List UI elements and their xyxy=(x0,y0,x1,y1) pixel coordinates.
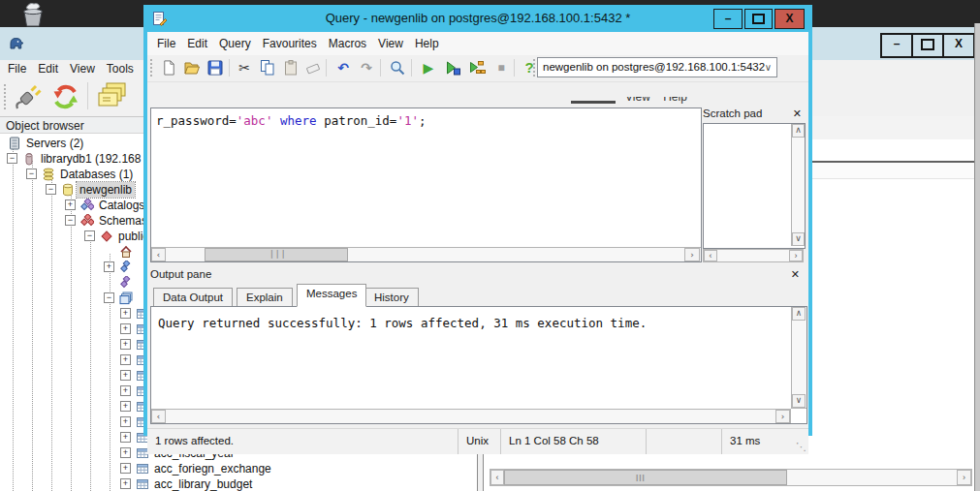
collapse-icon[interactable]: − xyxy=(65,215,76,226)
scroll-left-icon[interactable]: ‹ xyxy=(704,250,717,261)
servers-icon xyxy=(8,137,21,150)
query-menu-item-favourites[interactable]: Favourites xyxy=(263,37,317,50)
main-close-button[interactable]: X xyxy=(942,33,975,58)
expand-icon[interactable]: + xyxy=(120,416,131,427)
table-icon xyxy=(136,477,149,491)
expand-icon[interactable]: + xyxy=(104,261,114,272)
messages-hscrollbar[interactable]: ‹ › xyxy=(151,409,791,423)
paste-icon[interactable] xyxy=(281,58,300,77)
expand-icon[interactable]: + xyxy=(120,385,131,396)
menu-item-tools[interactable]: Tools xyxy=(107,62,134,76)
menu-item-view[interactable]: View xyxy=(70,62,95,76)
execute-pgscript-icon[interactable] xyxy=(443,58,462,77)
save-icon[interactable] xyxy=(205,58,225,77)
scroll-right-icon[interactable]: › xyxy=(957,470,971,485)
expand-icon[interactable]: + xyxy=(120,339,131,350)
menu-item-file[interactable]: File xyxy=(8,62,26,76)
explain-icon[interactable] xyxy=(467,58,487,77)
query-menu-item-edit[interactable]: Edit xyxy=(187,37,207,50)
expand-icon[interactable]: + xyxy=(120,447,131,458)
close-icon[interactable]: ✕ xyxy=(793,107,802,120)
collapse-icon[interactable]: − xyxy=(26,169,37,179)
scratch-vscrollbar[interactable]: ∧ ∨ xyxy=(791,124,805,246)
scroll-right-icon[interactable]: › xyxy=(789,250,803,261)
right-pane-hscroll-thumb[interactable] xyxy=(504,470,787,485)
collapse-icon[interactable]: − xyxy=(104,292,114,303)
expand-icon[interactable]: + xyxy=(120,401,131,412)
status-cursor-position: Ln 1 Col 58 Ch 58 xyxy=(501,429,647,454)
scroll-up-icon[interactable]: ∧ xyxy=(792,307,806,321)
close-icon[interactable]: ✕ xyxy=(791,268,800,281)
expand-icon[interactable]: + xyxy=(120,370,131,381)
scroll-left-icon[interactable]: ‹ xyxy=(151,248,166,261)
scroll-down-icon[interactable]: ∨ xyxy=(792,394,806,408)
query-minimize-button[interactable]: – xyxy=(713,9,743,29)
tree-item-acc_foriegn_exchange[interactable]: +acc_foriegn_exchange xyxy=(0,461,482,476)
sql-editor[interactable]: r_password='abc' where patron_id='1'; ‹ … xyxy=(150,107,702,262)
tab-explain[interactable]: Explain xyxy=(237,288,293,307)
output-pane-header: Output pane ✕ xyxy=(150,268,806,283)
collapse-icon[interactable]: − xyxy=(46,184,56,195)
query-maximize-button[interactable] xyxy=(744,9,773,29)
toolbar-grip[interactable] xyxy=(4,84,9,109)
messages-panel[interactable]: Query returned successfully: 1 rows affe… xyxy=(150,306,807,424)
status-rows-affected: 1 rows affected. xyxy=(147,429,458,454)
query-close-button[interactable]: X xyxy=(775,9,805,29)
copies-icon[interactable] xyxy=(97,80,132,115)
scratch-hscrollbar[interactable]: ‹ › xyxy=(703,249,804,262)
cut-icon[interactable]: ✂ xyxy=(235,58,254,77)
expand-icon[interactable]: + xyxy=(120,463,131,474)
scroll-right-icon[interactable]: › xyxy=(775,410,790,423)
messages-vscrollbar[interactable]: ∧ ∨ xyxy=(791,307,806,409)
open-file-icon[interactable] xyxy=(182,58,202,77)
collapse-icon[interactable]: − xyxy=(84,230,95,241)
connection-combobox[interactable]: newgenlib on postgres@192.168.100.1:5432… xyxy=(537,57,777,77)
menu-item-edit[interactable]: Edit xyxy=(38,62,58,76)
scroll-up-icon[interactable]: ∧ xyxy=(792,124,805,138)
refresh-icon[interactable] xyxy=(50,81,81,116)
right-pane-hscrollbar[interactable]: ‹ ||| › xyxy=(490,469,972,486)
expand-icon[interactable]: + xyxy=(120,478,131,489)
editor-hscrollbar[interactable]: ‹ ||| › xyxy=(151,247,701,261)
redo-icon[interactable]: ↷ xyxy=(357,58,376,77)
diamonds-blue-icon xyxy=(119,261,133,274)
expand-icon[interactable]: + xyxy=(65,199,76,210)
copy-icon[interactable] xyxy=(258,58,277,77)
main-minimize-button[interactable]: – xyxy=(880,33,913,58)
table-icon xyxy=(136,462,149,476)
collapse-icon[interactable]: − xyxy=(7,153,17,164)
scroll-down-icon[interactable]: ∨ xyxy=(792,232,805,246)
toolbar-grip[interactable] xyxy=(150,59,155,77)
occluded-background-text: View Help xyxy=(571,97,702,106)
query-menu-item-macros[interactable]: Macros xyxy=(329,37,366,50)
cancel-icon[interactable]: ■ xyxy=(491,58,511,77)
scroll-left-icon[interactable]: ‹ xyxy=(490,470,504,485)
find-icon[interactable] xyxy=(388,58,407,77)
scroll-right-icon[interactable]: › xyxy=(684,248,700,261)
expand-icon[interactable]: + xyxy=(120,323,131,334)
scroll-left-icon[interactable]: ‹ xyxy=(151,410,166,423)
tab-history[interactable]: History xyxy=(364,288,419,307)
undo-icon[interactable]: ↶ xyxy=(333,58,353,77)
query-menu-item-view[interactable]: View xyxy=(378,37,403,50)
tab-messages[interactable]: Messages xyxy=(297,284,366,307)
query-menu-item-query[interactable]: Query xyxy=(219,37,251,50)
execute-icon[interactable]: ▶ xyxy=(419,58,438,77)
expand-icon[interactable]: + xyxy=(120,354,131,365)
query-menu-item-help[interactable]: Help xyxy=(415,37,439,50)
tree-item-acc_library_budget[interactable]: +acc_library_budget xyxy=(0,476,482,491)
clear-icon[interactable] xyxy=(303,58,323,77)
expand-icon[interactable]: + xyxy=(120,432,131,443)
scratch-pad-textarea[interactable]: ∧ ∨ xyxy=(703,123,806,249)
database-icon xyxy=(61,183,75,197)
main-maximize-button[interactable] xyxy=(911,33,944,58)
diamonds-purple-icon xyxy=(119,276,133,290)
sql-token-string: 'abc' xyxy=(237,113,273,128)
new-file-icon[interactable] xyxy=(159,58,178,77)
expand-icon[interactable]: + xyxy=(120,308,131,319)
resize-grip-icon[interactable]: ⋱ xyxy=(796,441,806,453)
query-menu-item-file[interactable]: File xyxy=(157,37,175,50)
tab-data-output[interactable]: Data Output xyxy=(153,288,233,307)
connect-plug-icon[interactable] xyxy=(14,81,45,116)
query-window-titlebar[interactable]: Query - newgenlib on postgres@192.168.10… xyxy=(143,5,812,32)
